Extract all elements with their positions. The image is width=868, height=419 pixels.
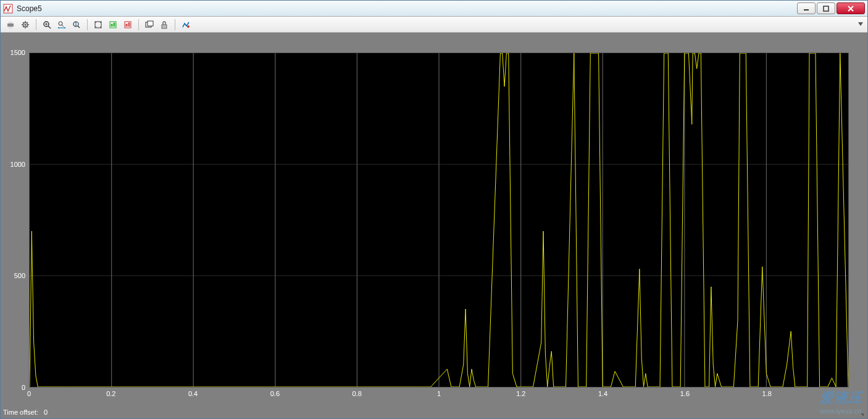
floating-scope-icon[interactable]	[143, 19, 156, 31]
window-title: Scope5	[17, 4, 796, 13]
watermark-sub: www.iyeya.cn	[820, 407, 861, 415]
plot-area[interactable]: 05001000150000.20.40.60.811.21.41.61.8	[29, 53, 849, 387]
svg-rect-27	[148, 21, 153, 26]
gear-icon[interactable]	[19, 19, 31, 31]
svg-rect-2	[824, 6, 828, 11]
window-frame: Scope5 05001000150000.20.40.60.811.21.41…	[0, 0, 868, 419]
x-tick-label: 0	[27, 387, 31, 397]
print-icon[interactable]	[4, 19, 17, 31]
x-tick-label: 1.8	[762, 387, 772, 397]
titlebar[interactable]: Scope5	[1, 1, 867, 17]
x-tick-label: 0.2	[106, 387, 115, 397]
zoom-in-icon[interactable]	[41, 19, 53, 31]
close-button[interactable]	[837, 2, 865, 14]
maximize-button[interactable]	[817, 2, 835, 14]
time-offset-value: 0	[44, 408, 48, 416]
svg-line-13	[27, 26, 28, 27]
svg-rect-4	[9, 22, 12, 23]
autoscale-icon[interactable]	[92, 19, 104, 31]
svg-rect-28	[162, 25, 167, 28]
watermark: 爱液压	[820, 389, 862, 407]
zoom-xy-icon[interactable]	[56, 19, 68, 31]
status-bar: Time offset: 0	[3, 408, 48, 416]
minimize-button[interactable]	[797, 2, 816, 14]
x-tick-label: 1.4	[598, 387, 607, 397]
svg-line-22	[78, 26, 80, 28]
x-tick-label: 1.2	[516, 387, 525, 397]
svg-line-14	[23, 26, 24, 27]
save-config-icon[interactable]	[107, 19, 119, 31]
x-tick-label: 0.6	[270, 387, 280, 397]
app-icon	[3, 4, 13, 14]
x-tick-label: 0.4	[188, 387, 198, 397]
toolbar-collapse-icon[interactable]	[858, 21, 864, 28]
x-tick-label: 1.6	[680, 387, 690, 397]
svg-point-7	[25, 23, 27, 25]
window-controls	[796, 2, 865, 14]
scope-body: 05001000150000.20.40.60.811.21.41.61.8 T…	[1, 33, 867, 418]
zoom-y-icon[interactable]	[70, 19, 83, 31]
y-tick-label: 1000	[10, 161, 29, 168]
svg-rect-3	[7, 23, 14, 27]
x-tick-label: 1	[437, 387, 441, 397]
signal-select-icon[interactable]	[180, 19, 192, 31]
y-tick-label: 1500	[10, 49, 29, 56]
y-tick-label: 500	[14, 272, 29, 279]
svg-rect-5	[9, 27, 12, 28]
time-offset-label: Time offset:	[3, 408, 38, 416]
svg-line-15	[27, 22, 28, 23]
x-tick-label: 0.8	[353, 387, 362, 397]
svg-line-17	[48, 26, 51, 28]
restore-config-icon[interactable]	[122, 19, 134, 31]
svg-line-12	[23, 22, 24, 23]
lock-icon[interactable]	[158, 19, 170, 31]
toolbar	[1, 17, 867, 33]
resize-grip-icon[interactable]	[861, 413, 864, 417]
svg-point-29	[187, 25, 190, 28]
